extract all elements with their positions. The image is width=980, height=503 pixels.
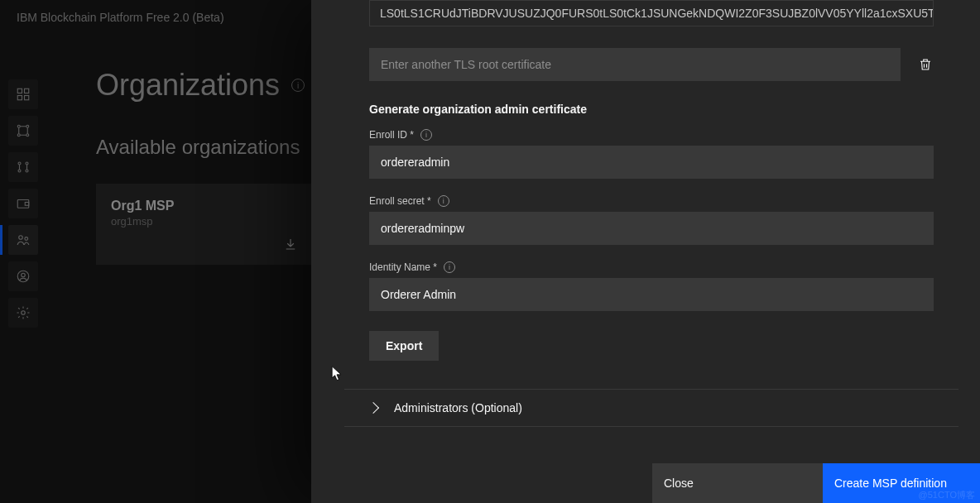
download-icon[interactable] <box>283 237 298 255</box>
info-icon[interactable]: i <box>444 261 455 273</box>
nodes-icon <box>16 123 31 138</box>
trash-icon <box>918 57 933 72</box>
org-card[interactable]: Org1 MSP org1msp <box>96 184 311 265</box>
administrators-accordion[interactable]: Administrators (Optional) <box>344 389 958 427</box>
svg-point-14 <box>19 236 23 240</box>
svg-rect-13 <box>25 203 29 206</box>
info-icon[interactable]: i <box>438 195 449 207</box>
wallet-icon <box>16 196 31 211</box>
svg-rect-0 <box>17 89 22 93</box>
info-icon[interactable]: i <box>291 79 305 92</box>
cert-display: LS0tLS1CRUdJTiBDRVJUSUZJQ0FURS0tLS0tCk1J… <box>369 0 934 26</box>
sidebar-item-settings[interactable] <box>8 298 38 328</box>
watermark: @51CTO博客 <box>919 489 975 501</box>
svg-point-15 <box>25 237 28 241</box>
identity-name-label: Identity Name * i <box>369 261 934 273</box>
sidebar-item-organizations[interactable] <box>8 225 38 255</box>
enroll-id-input[interactable] <box>369 146 934 179</box>
org-card-sub: org1msp <box>111 215 296 228</box>
svg-point-10 <box>18 170 21 172</box>
svg-point-4 <box>17 125 20 127</box>
close-button[interactable]: Close <box>652 463 823 503</box>
svg-rect-1 <box>25 89 29 93</box>
enroll-id-label: Enroll ID * i <box>369 129 934 141</box>
chevron-right-icon <box>368 402 379 414</box>
sidebar <box>0 35 46 503</box>
identity-name-input[interactable] <box>369 278 934 311</box>
svg-point-8 <box>18 162 21 165</box>
export-button[interactable]: Export <box>369 331 439 361</box>
grid-icon <box>16 87 31 102</box>
sidebar-item-wallets[interactable] <box>8 189 38 218</box>
channels-icon <box>16 160 31 175</box>
app-title: IBM Blockchain Platform Free 2.0 (Beta) <box>17 11 224 24</box>
sidebar-item-nodes[interactable] <box>8 116 38 146</box>
panel-footer: Close Create MSP definition <box>311 463 980 503</box>
enroll-secret-label: Enroll secret * i <box>369 195 934 207</box>
organizations-icon <box>16 232 31 247</box>
svg-point-9 <box>26 162 28 165</box>
sidebar-item-channels[interactable] <box>8 152 38 182</box>
svg-point-11 <box>26 170 28 172</box>
sidebar-item-users[interactable] <box>8 261 38 291</box>
svg-point-7 <box>26 134 29 137</box>
delete-cert-button[interactable] <box>917 56 934 73</box>
user-icon <box>16 269 31 284</box>
org-card-title: Org1 MSP <box>111 199 296 213</box>
sidebar-item-apps[interactable] <box>8 79 38 109</box>
svg-rect-3 <box>25 96 29 100</box>
generate-cert-title: Generate organization admin certificate <box>369 103 934 116</box>
svg-point-5 <box>26 125 29 127</box>
gear-icon <box>16 305 31 320</box>
side-panel: LS0tLS1CRUdJTiBDRVJUSUZJQ0FURS0tLS0tCk1J… <box>311 0 980 503</box>
tls-cert-input[interactable] <box>369 48 901 81</box>
svg-point-18 <box>22 311 26 315</box>
enroll-secret-input[interactable] <box>369 212 934 245</box>
info-icon[interactable]: i <box>420 129 432 141</box>
svg-point-6 <box>17 134 20 137</box>
svg-rect-2 <box>17 96 22 100</box>
svg-point-17 <box>22 273 26 277</box>
svg-rect-12 <box>17 200 29 208</box>
